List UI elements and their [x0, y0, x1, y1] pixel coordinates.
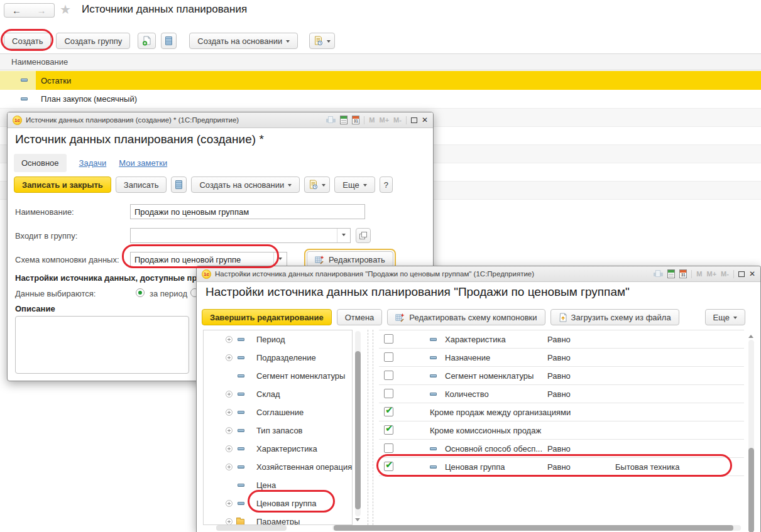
- condition-row[interactable]: КоличествоРавно: [379, 385, 744, 403]
- memory-button[interactable]: M: [369, 116, 375, 124]
- finish-editing-button[interactable]: Завершить редактирование: [202, 309, 332, 325]
- condition-checkbox[interactable]: [384, 462, 393, 471]
- expand-icon[interactable]: [226, 391, 233, 398]
- tree-item[interactable]: Сегмент номенклатуры: [204, 367, 352, 385]
- tab-tasks[interactable]: Задачи: [79, 158, 107, 168]
- expand-icon[interactable]: [226, 445, 233, 452]
- tree-item[interactable]: Характеристика: [204, 440, 352, 458]
- save-button[interactable]: Записать: [116, 176, 167, 193]
- window-titlebar[interactable]: 1с Источник данных планирования (создани…: [8, 112, 433, 128]
- create-based-on-button[interactable]: Создать на основании: [191, 176, 300, 193]
- expand-icon[interactable]: [226, 354, 233, 361]
- create-group-button[interactable]: Создать группу: [56, 33, 130, 49]
- description-textarea[interactable]: [15, 316, 189, 374]
- expand-icon[interactable]: [226, 500, 233, 507]
- condition-checkbox[interactable]: [384, 334, 393, 344]
- tree-item[interactable]: Хозяйственная операция: [204, 458, 352, 476]
- memory-plus-button[interactable]: M+: [380, 116, 390, 124]
- related-list-button[interactable]: [171, 176, 187, 193]
- scroll-up-arrow-icon[interactable]: [748, 332, 753, 338]
- tree-vertical-scrollbar[interactable]: [354, 330, 362, 525]
- maximize-icon[interactable]: [738, 271, 745, 277]
- tab-my-notes[interactable]: Мои заметки: [119, 158, 167, 168]
- tree-item[interactable]: Период: [204, 330, 352, 349]
- maximize-icon[interactable]: [411, 117, 417, 123]
- tree-item[interactable]: Параметры: [204, 513, 352, 525]
- list-item[interactable]: План закупок (месячный): [0, 90, 761, 109]
- back-button[interactable]: ←: [4, 3, 30, 18]
- tree-item[interactable]: Соглашение: [204, 403, 352, 421]
- condition-checkbox[interactable]: [384, 352, 393, 362]
- condition-checkbox[interactable]: [384, 425, 393, 435]
- copy-item-button[interactable]: [138, 33, 156, 49]
- condition-checkbox[interactable]: [384, 371, 393, 380]
- scrollbar-thumb[interactable]: [355, 351, 361, 509]
- expand-icon[interactable]: [226, 409, 233, 416]
- list-item[interactable]: Остатки: [0, 71, 761, 90]
- memory-button[interactable]: M: [696, 270, 702, 278]
- condition-checkbox[interactable]: [384, 443, 393, 453]
- tree-item[interactable]: Тип запасов: [204, 421, 352, 440]
- memory-plus-button[interactable]: M+: [707, 270, 717, 278]
- print-icon[interactable]: [654, 270, 663, 278]
- calendar-icon[interactable]: 31: [352, 116, 359, 124]
- calculator-icon[interactable]: [340, 116, 348, 124]
- conditions-vertical-scrollbar[interactable]: [747, 330, 755, 532]
- scrollbar-thumb[interactable]: [748, 448, 754, 532]
- favorite-star-icon[interactable]: ★: [60, 2, 71, 17]
- scrollbar-thumb[interactable]: [334, 525, 733, 531]
- tree-item[interactable]: Подразделение: [204, 349, 352, 367]
- schema-dropdown-button[interactable]: [273, 252, 287, 266]
- conditions-horizontal-scrollbar[interactable]: [332, 525, 741, 531]
- condition-row[interactable]: НазначениеРавно: [379, 349, 744, 367]
- more-button[interactable]: Еще: [334, 176, 375, 193]
- group-dropdown-button[interactable]: [337, 229, 350, 242]
- group-open-button[interactable]: [356, 228, 371, 243]
- expand-icon[interactable]: [226, 336, 233, 343]
- calendar-icon[interactable]: 31: [679, 269, 687, 278]
- memory-minus-button[interactable]: M-: [721, 270, 729, 278]
- cancel-button[interactable]: Отмена: [337, 309, 383, 325]
- calculator-icon[interactable]: [667, 269, 675, 278]
- schema-input[interactable]: [131, 252, 273, 266]
- panel-splitter[interactable]: [368, 330, 368, 525]
- condition-row[interactable]: Основной способ обесп...Равно: [379, 440, 744, 458]
- tab-main[interactable]: Основное: [14, 154, 67, 172]
- print-icon[interactable]: [326, 116, 336, 124]
- report-dropdown-button[interactable]: [304, 176, 330, 193]
- edit-composition-schema-button[interactable]: Редактировать схему компоновки: [387, 309, 545, 325]
- condition-checkbox[interactable]: [384, 407, 393, 416]
- save-and-close-button[interactable]: Записать и закрыть: [14, 176, 111, 193]
- window-titlebar[interactable]: 1с Настройки источника данных планирован…: [197, 266, 760, 282]
- memory-minus-button[interactable]: M-: [393, 116, 402, 124]
- related-list-button[interactable]: [161, 33, 177, 49]
- tree-horizontal-scrollbar[interactable]: [216, 525, 287, 531]
- panel-splitter[interactable]: [373, 330, 373, 525]
- scroll-down-arrow-icon[interactable]: [355, 518, 360, 524]
- tree-item[interactable]: Цена: [204, 476, 352, 494]
- expand-icon[interactable]: [226, 427, 233, 434]
- tree-item[interactable]: Склад: [204, 385, 352, 403]
- tree-item[interactable]: Ценовая группа: [204, 494, 352, 513]
- radio-for-period[interactable]: [136, 288, 145, 297]
- more-button[interactable]: Еще: [705, 309, 745, 325]
- condition-row[interactable]: Кроме комиссионных продаж: [379, 421, 744, 440]
- close-icon[interactable]: ✕: [749, 270, 755, 278]
- condition-row[interactable]: ХарактеристикаРавно: [379, 330, 744, 349]
- load-schema-from-file-button[interactable]: Загрузить схему из файла: [550, 309, 679, 325]
- help-button[interactable]: ?: [380, 176, 393, 193]
- report-dropdown-button[interactable]: [309, 33, 335, 49]
- list-column-header[interactable]: Наименование: [0, 53, 761, 70]
- expand-icon[interactable]: [226, 464, 233, 470]
- condition-row[interactable]: Ценовая группаРавноБытовая техника: [379, 458, 744, 476]
- expand-icon[interactable]: [226, 518, 233, 525]
- condition-row[interactable]: Кроме продаж между организациями: [379, 403, 744, 421]
- create-based-on-button[interactable]: Создать на основании: [189, 33, 298, 49]
- condition-checkbox[interactable]: [384, 389, 393, 398]
- name-input[interactable]: [131, 205, 364, 219]
- close-icon[interactable]: ✕: [422, 116, 428, 124]
- forward-button[interactable]: →: [29, 3, 55, 18]
- group-input[interactable]: [131, 229, 337, 242]
- condition-row[interactable]: Сегмент номенклатурыРавно: [379, 367, 744, 385]
- create-button[interactable]: Создать: [4, 33, 51, 49]
